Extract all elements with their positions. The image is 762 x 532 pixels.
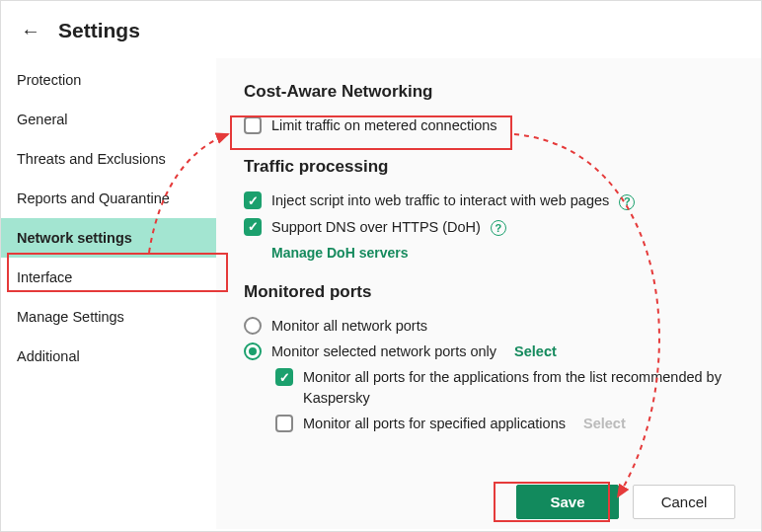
inject-script-checkbox[interactable] <box>244 191 262 209</box>
sidebar-item-network-settings[interactable]: Network settings <box>1 218 216 258</box>
sidebar-item-label: Reports and Quarantine <box>17 190 170 206</box>
inject-script-option[interactable]: Inject script into web traffic to intera… <box>244 190 733 210</box>
select-ports-link[interactable]: Select <box>514 343 557 359</box>
monitor-selected-ports-radio[interactable] <box>244 342 262 360</box>
sidebar-item-label: Additional <box>17 348 80 364</box>
sidebar-item-protection[interactable]: Protection <box>1 60 216 100</box>
monitor-selected-ports-option[interactable]: Monitor selected network ports only Sele… <box>244 342 733 361</box>
sidebar-item-label: Threats and Exclusions <box>17 151 166 167</box>
sidebar-item-interface[interactable]: Interface <box>1 258 216 297</box>
sidebar-item-additional[interactable]: Additional <box>1 337 216 376</box>
monitor-all-ports-radio[interactable] <box>244 317 262 335</box>
sidebar-item-label: General <box>17 112 68 127</box>
sidebar-item-label: Manage Settings <box>17 309 124 325</box>
section-heading-traffic-processing: Traffic processing <box>244 157 733 177</box>
monitor-specified-apps-option[interactable]: Monitor all ports for specified applicat… <box>275 414 733 433</box>
footer-buttons: Save Cancel <box>516 485 735 519</box>
monitor-all-ports-label: Monitor all network ports <box>271 316 733 336</box>
inject-script-label: Inject script into web traffic to intera… <box>271 190 733 210</box>
sidebar-item-label: Protection <box>17 72 81 88</box>
settings-content: Cost-Aware Networking Limit traffic on m… <box>216 58 761 529</box>
limit-traffic-option[interactable]: Limit traffic on metered connections <box>244 115 733 135</box>
monitor-specified-apps-label: Monitor all ports for specified applicat… <box>303 414 733 433</box>
sidebar-item-label: Network settings <box>17 230 132 246</box>
settings-sidebar: Protection General Threats and Exclusion… <box>1 58 216 529</box>
cancel-button[interactable]: Cancel <box>633 485 735 519</box>
section-heading-cost-aware: Cost-Aware Networking <box>244 82 733 102</box>
support-doh-option[interactable]: Support DNS over HTTPS (DoH) ? <box>244 217 733 237</box>
monitor-recommended-apps-checkbox[interactable] <box>275 368 293 386</box>
sidebar-item-manage-settings[interactable]: Manage Settings <box>1 297 216 337</box>
sidebar-item-reports-quarantine[interactable]: Reports and Quarantine <box>1 179 216 218</box>
monitor-specified-apps-checkbox[interactable] <box>275 415 293 432</box>
sidebar-item-label: Interface <box>17 269 72 285</box>
monitor-all-ports-option[interactable]: Monitor all network ports <box>244 316 733 336</box>
page-title: Settings <box>58 19 140 42</box>
help-icon[interactable]: ? <box>491 220 506 236</box>
monitor-recommended-apps-option[interactable]: Monitor all ports for the applications f… <box>275 367 733 408</box>
header: ← Settings <box>1 1 761 58</box>
monitor-selected-ports-label: Monitor selected network ports only Sele… <box>271 342 733 361</box>
section-heading-monitored-ports: Monitored ports <box>244 282 733 302</box>
support-doh-label: Support DNS over HTTPS (DoH) ? <box>271 217 733 237</box>
select-specified-apps-link: Select <box>583 416 626 431</box>
sidebar-item-general[interactable]: General <box>1 100 216 139</box>
sidebar-item-threats-exclusions[interactable]: Threats and Exclusions <box>1 139 216 179</box>
manage-doh-servers-link[interactable]: Manage DoH servers <box>271 245 409 261</box>
back-arrow-icon[interactable]: ← <box>21 20 40 42</box>
support-doh-checkbox[interactable] <box>244 218 262 236</box>
save-button[interactable]: Save <box>516 485 619 519</box>
limit-traffic-checkbox[interactable] <box>244 116 262 134</box>
monitor-recommended-apps-label: Monitor all ports for the applications f… <box>303 367 733 408</box>
help-icon[interactable]: ? <box>619 194 635 210</box>
limit-traffic-label: Limit traffic on metered connections <box>271 115 733 135</box>
